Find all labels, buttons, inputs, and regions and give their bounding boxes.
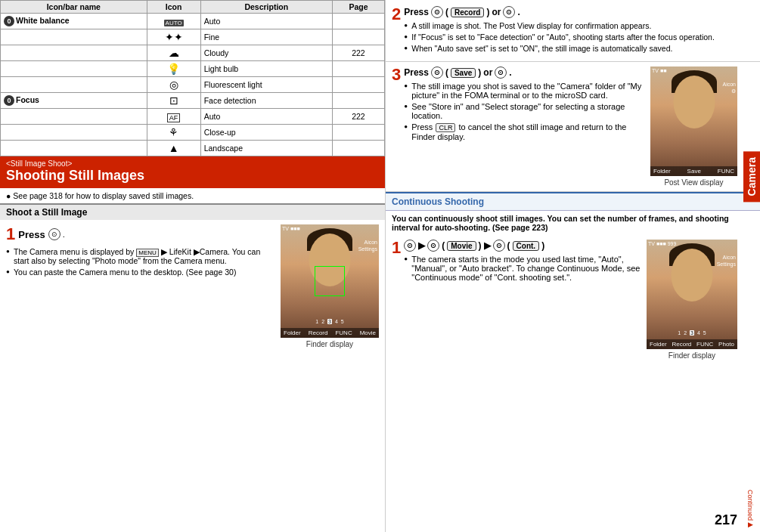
cont-top-icons: TV ■■■ 999 [648,241,676,246]
page-number: 217 [715,512,737,528]
cont-999: 999 [668,241,677,246]
wb-fluor-desc: Fluorescent light [200,77,332,93]
post-folder: Folder [653,168,671,175]
wb-fine-page [332,29,384,45]
step3-number: 3 [392,66,401,83]
cont-movie-btn[interactable]: Movie [447,241,476,251]
table-row: ✦✦ Fine [1,29,385,45]
wb-name-empty3 [1,61,147,77]
cont-step1-bullets: The camera starts in the mode you used l… [404,255,642,282]
post-func: FUNC [718,168,734,175]
still-main-title: Shooting Still Images [6,168,379,184]
focus-auto-desc: Auto [200,109,332,125]
continued-label: Continued▶ [746,490,754,528]
step2-camera-btn[interactable]: ⊙ [431,6,443,18]
cont-arrow1: ▶ [418,240,425,251]
cont-finder-image: TV ■■■ 999 Aicon Settings 1 2 3 4 5 Fold… [647,240,737,349]
cont-folder: Folder [650,341,667,348]
step2-bullets: A still image is shot. The Post View dis… [404,21,737,53]
step1-camera-btn[interactable]: ⊙ [48,228,60,240]
step3-press-label: Press [404,67,429,78]
wb-fine-icon: ✦✦ [147,29,200,45]
cont-aicon: Aicon [722,255,736,260]
wb-bulb-icon: 💡 [147,61,200,77]
cont-btn1[interactable]: ⊙ [404,240,416,252]
cont-btn3[interactable]: ⊙ [493,240,505,252]
step2-number: 2 [392,6,401,23]
func-label: FUNC [335,329,352,336]
step2-or-camera-btn[interactable]: ⊙ [503,6,515,18]
step2-title: Press ⊙ ( Record ) or ⊙ . [404,6,737,18]
cgrid-1: 1 [678,330,681,336]
step3-content: Press ⊙ ( Save ) or ⊙ . The still image … [404,66,646,144]
wb-cloudy-icon: ☁ [147,45,200,61]
camera-sidebar-tab: Camera [743,151,760,202]
step3-bullet-2: See "Store in" and "Select storage" for … [404,102,646,120]
col-header-desc: Description [200,1,332,14]
wb-fluor-icon: ◎ [147,77,200,93]
wb-name: 0White balance [1,14,147,29]
settings-label: Settings [358,246,377,252]
cont-btn2[interactable]: ⊙ [427,240,439,252]
cont-batt: ■■■ [656,241,666,246]
post-bottom-bar: Folder Save FUNC [650,166,737,176]
post-save: Save [687,168,701,175]
step1-header: 1 Press ⊙ . [6,224,275,244]
step1-finder-caption: Finder display [306,340,353,348]
focus-land-icon: ▲ [147,141,200,156]
focus-face-desc: Face detection [200,93,332,109]
table-row: 0White balance AUTO Auto [1,14,385,29]
cont-step1-area: 1 ⊙ ▶ ⊙ ( Movie ) ▶ ⊙ ( Cont. ) The came… [386,237,760,363]
focus-name-empty3 [1,141,147,156]
folder-label: Folder [284,329,301,336]
icon-table: Icon/bar name Icon Description Page 0Whi… [0,0,385,156]
step1-bullet-1: The Camera menu is displayed by MENU ▶ L… [6,247,275,265]
cgrid-4: 4 [697,330,700,336]
step1-text: 1 Press ⊙ . The Camera menu is displayed… [6,224,275,527]
step2-record-btn[interactable]: Record [451,8,484,17]
post-tv: TV [652,68,659,73]
aicon-label: Aicon [364,240,377,245]
post-aicon: Aicon [722,82,736,87]
step2-bullet-3: When "Auto save set" is set to "ON", the… [404,44,737,53]
grid-numbers: 1 2 3 4 5 [281,319,379,324]
record-label: Record [309,329,328,336]
cont-right-icons: Aicon Settings [717,255,736,267]
cont-cont-btn[interactable]: Cont. [513,241,540,251]
col-header-page: Page [332,1,384,14]
step3-save-btn[interactable]: Save [451,68,476,78]
battery-indicator: ■■■ [290,226,300,231]
wb-auto-icon: AUTO [147,14,200,29]
step3-or-camera-btn[interactable]: ⊙ [495,66,507,79]
step3-row: 3 Press ⊙ ( Save ) or ⊙ . The still imag… [392,66,646,185]
focus-land-page [332,141,384,156]
step2-or: or [492,7,501,17]
step3-bullets: The still image you shot is saved to the… [404,82,646,141]
step2-bullet-1: A still image is shot. The Post View dis… [404,21,737,30]
post-face [673,76,715,128]
wb-auto-page [332,14,384,29]
cont-record: Record [672,341,691,348]
clr-btn: CLR [436,123,455,132]
post-view-image: TV ■■ Aicon ⚙ Folder Save FUNC [650,66,737,176]
step1-finder-image: TV ■■■ Aicon Settings 1 2 3 4 5 Folder [281,224,379,338]
cont-face [672,249,713,302]
cont-step1-title: ⊙ ▶ ⊙ ( Movie ) ▶ ⊙ ( Cont. ) [404,240,642,252]
wb-cloudy-page: 222 [332,45,384,61]
step1-area: 1 Press ⊙ . The Camera menu is displayed… [0,220,385,532]
col-header-name: Icon/bar name [1,1,147,14]
col-header-icon: Icon [147,1,200,14]
cont-step1-row: 1 ⊙ ▶ ⊙ ( Movie ) ▶ ⊙ ( Cont. ) The came… [392,240,642,360]
movie-label: Movie [360,329,376,336]
focus-auto-icon: AF [147,109,200,125]
step3-camera-btn[interactable]: ⊙ [431,66,443,79]
step1-finder-container: TV ■■■ Aicon Settings 1 2 3 4 5 Folder [281,224,379,527]
cont-grid-numbers: 1 2 3 4 5 [647,330,737,336]
step1-bullets: The Camera menu is displayed by MENU ▶ L… [6,247,275,277]
wb-bulb-page [332,61,384,77]
step3-title: Press ⊙ ( Save ) or ⊙ . [404,66,646,79]
cgrid-2: 2 [684,330,687,336]
step1-period: . [63,230,65,239]
focus-name-empty [1,109,147,125]
table-row: ▲ Landscape [1,141,385,156]
